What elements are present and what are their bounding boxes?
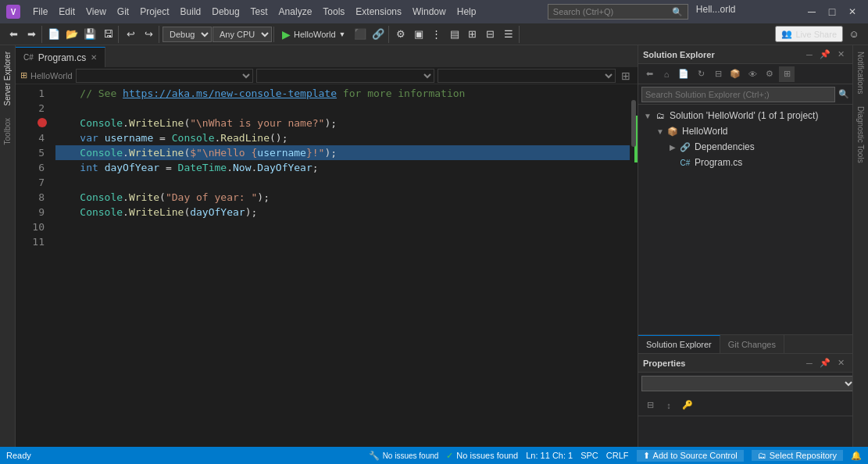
menu-extensions[interactable]: Extensions — [351, 5, 406, 19]
breadcrumb-select-3[interactable] — [438, 69, 616, 83]
undo-button[interactable]: ↩ — [122, 26, 139, 43]
tree-item-program-cs[interactable]: ▶ C# Program.cs — [638, 155, 852, 170]
feedback-button[interactable]: ☺ — [843, 26, 865, 43]
vertical-scrollbar[interactable] — [630, 84, 638, 447]
debug-config-select[interactable]: Debug — [163, 27, 212, 42]
breadcrumb-select-2[interactable] — [256, 69, 434, 83]
menu-window[interactable]: Window — [408, 5, 451, 19]
status-encoding[interactable]: SPC — [580, 451, 598, 460]
sidebar-toolbox[interactable]: Toolbox — [3, 112, 12, 151]
prop-close-button[interactable]: ✕ — [834, 356, 848, 370]
run-button[interactable]: ▶ HelloWorld ▼ — [277, 27, 351, 42]
minimize-button[interactable]: ─ — [802, 4, 821, 20]
status-line-endings[interactable]: CRLF — [606, 451, 629, 460]
tool6-button[interactable]: ⊟ — [482, 26, 499, 43]
back-button[interactable]: ⬅ — [5, 26, 22, 43]
tab-program-cs[interactable]: C# Program.cs ✕ — [16, 47, 105, 67]
code-content[interactable]: // See https://aka.ms/new-console-templa… — [51, 84, 630, 447]
tree-item-solution[interactable]: ▼ 🗂 Solution 'HelloWorld' (1 of 1 projec… — [638, 108, 852, 123]
tab-git-changes[interactable]: Git Changes — [720, 335, 784, 353]
sidebar-diagnostic-tools[interactable]: Diagnostic Tools — [856, 100, 865, 170]
menu-test[interactable]: Test — [246, 5, 273, 19]
title-search-box[interactable]: Search (Ctrl+Q) 🔍 — [548, 4, 688, 20]
breadcrumb-select-1[interactable] — [76, 69, 254, 83]
scrollbar-thumb[interactable] — [631, 100, 636, 147]
tree-item-dependencies[interactable]: ▶ 🔗 Dependencies — [638, 139, 852, 155]
sidebar-server-explorer[interactable]: Server Explorer — [3, 45, 12, 112]
se-home-button[interactable]: ⌂ — [659, 66, 674, 82]
toolbar: ⬅ ➡ 📄 📂 💾 🖫 ↩ ↪ Debug Any CPU ▶ HelloWor… — [0, 23, 868, 45]
menu-analyze[interactable]: Analyze — [274, 5, 317, 19]
prop-categorized-button[interactable]: ⊟ — [641, 397, 659, 414]
tool1-button[interactable]: ⚙ — [392, 26, 409, 43]
tool7-button[interactable]: ☰ — [500, 26, 517, 43]
tree-label-program-cs: Program.cs — [695, 157, 742, 168]
solution-explorer-search: 🔍 — [638, 84, 852, 105]
toolbar-group-debug: Debug Any CPU — [161, 27, 274, 42]
add-source-control-button[interactable]: ⬆ Add to Source Control — [637, 450, 744, 462]
select-repository-label: Select Repository — [770, 451, 837, 460]
se-collapse-button[interactable]: ⊟ — [710, 66, 726, 82]
stop-debug-button[interactable]: ⬛ — [352, 26, 369, 43]
tab-solution-explorer[interactable]: Solution Explorer — [638, 335, 720, 353]
solution-explorer-search-input[interactable] — [641, 87, 835, 102]
se-search-icon[interactable]: 🔍 — [838, 89, 849, 99]
menu-file[interactable]: File — [28, 5, 52, 19]
tree-arrow-deps: ▶ — [666, 143, 679, 152]
notification-bell[interactable]: 🔔 — [851, 451, 862, 461]
status-git[interactable]: 🔧 No issues found — [369, 451, 439, 461]
se-back-button[interactable]: ⬅ — [641, 66, 657, 82]
new-file-button[interactable]: 📄 — [45, 26, 63, 43]
select-repository-button[interactable]: 🗂 Select Repository — [752, 450, 843, 461]
se-close-button[interactable]: ✕ — [834, 48, 848, 62]
attach-button[interactable]: 🔗 — [370, 26, 387, 43]
se-preview-button[interactable]: ⊞ — [779, 66, 795, 82]
redo-button[interactable]: ↪ — [140, 26, 157, 43]
menu-view[interactable]: View — [81, 5, 111, 19]
split-editor-button[interactable]: ⊞ — [619, 69, 633, 83]
forward-button[interactable]: ➡ — [23, 26, 40, 43]
maximize-button[interactable]: □ — [823, 4, 841, 20]
se-pin-button[interactable]: ─ — [802, 48, 816, 62]
properties-dropdown[interactable] — [641, 376, 855, 391]
menu-tools[interactable]: Tools — [318, 5, 349, 19]
menu-debug[interactable]: Debug — [207, 5, 244, 19]
solution-explorer-tree[interactable]: ▼ 🗂 Solution 'HelloWorld' (1 of 1 projec… — [638, 105, 852, 334]
se-pin2-button[interactable]: 📌 — [818, 48, 832, 62]
close-button[interactable]: ✕ — [843, 4, 862, 20]
search-icon: 🔍 — [672, 7, 683, 17]
save-all-button[interactable]: 🖫 — [99, 26, 116, 43]
menu-git[interactable]: Git — [113, 5, 134, 19]
menu-build[interactable]: Build — [176, 5, 206, 19]
prop-pin2-button[interactable]: 📌 — [818, 356, 832, 370]
tool4-button[interactable]: ▤ — [446, 26, 463, 43]
cpu-config-select[interactable]: Any CPU — [213, 27, 272, 42]
liveshare-icon: 👥 — [781, 29, 792, 39]
prop-alpha-button[interactable]: ↕ — [660, 397, 677, 414]
status-no-issues[interactable]: ✓ No issues found — [446, 451, 518, 461]
se-properties-button[interactable]: ⚙ — [762, 66, 777, 82]
save-button[interactable]: 💾 — [81, 26, 98, 43]
toolbar-right: 👥 Live Share ☺ — [775, 26, 865, 43]
tree-item-project[interactable]: ▼ 📦 HelloWorld — [638, 123, 852, 139]
prop-property-pages-button[interactable]: 🔑 — [679, 397, 696, 414]
tool2-button[interactable]: ▣ — [410, 26, 427, 43]
prop-pin-button[interactable]: ─ — [802, 356, 816, 370]
tool5-button[interactable]: ⊞ — [464, 26, 481, 43]
solution-icon: 🗂 — [654, 109, 666, 122]
menu-edit[interactable]: Edit — [54, 5, 80, 19]
se-pending-button[interactable]: 📦 — [727, 66, 743, 82]
code-editor[interactable]: 1 2 3 4 5 6 7 8 9 10 11 — [16, 84, 638, 447]
open-button[interactable]: 📂 — [63, 26, 80, 43]
menu-project[interactable]: Project — [135, 5, 173, 19]
liveshare-button[interactable]: 👥 Live Share — [775, 26, 843, 42]
menu-help[interactable]: Help — [452, 5, 481, 19]
se-show-files-button[interactable]: 📄 — [676, 66, 691, 82]
tool3-button[interactable]: ⋮ — [428, 26, 445, 43]
se-refresh-button[interactable]: ↻ — [693, 66, 709, 82]
tab-close-button[interactable]: ✕ — [91, 53, 97, 62]
se-view-button[interactable]: 👁 — [745, 66, 760, 82]
tree-arrow-solution: ▼ — [641, 112, 654, 120]
tree-label-dependencies: Dependencies — [695, 141, 755, 152]
sidebar-notifications[interactable]: Notifications — [856, 45, 865, 100]
